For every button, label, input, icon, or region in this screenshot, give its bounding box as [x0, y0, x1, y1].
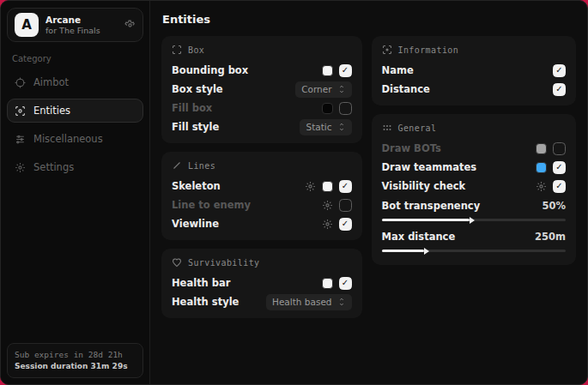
app-logo: A [15, 13, 39, 37]
setting-row-line-to-enemy: Line to enemy [172, 196, 352, 214]
setting-row-box-style: Box style Corner [172, 80, 352, 99]
arrows-up-down-icon [337, 85, 346, 93]
sidebar-nav: Aimbot Entities Miscellaneous [7, 70, 143, 179]
checkbox[interactable] [553, 83, 566, 96]
scan-info-icon [382, 45, 392, 55]
health-style-dropdown[interactable]: Health based [266, 294, 352, 310]
setting-label: Skeleton [172, 180, 221, 192]
sidebar: A Arcane for The Finals Category Aimbot [1, 1, 150, 384]
setting-label: Name [382, 64, 414, 76]
gear-icon[interactable] [322, 219, 333, 230]
sliders-icon [15, 134, 26, 145]
setting-row-viewline: Viewline [172, 214, 352, 233]
subscription-card: Sub expires in 28d 21h Session duration … [7, 343, 143, 378]
color-swatch[interactable] [322, 181, 333, 192]
setting-row-fill-box: Fill box [172, 99, 352, 117]
setting-row-draw-teammates: Draw teammates [382, 158, 566, 177]
setting-label: Max distance [382, 231, 456, 243]
checkbox[interactable] [339, 64, 352, 77]
color-swatch[interactable] [536, 162, 547, 173]
arrows-up-down-icon [337, 298, 346, 306]
box-style-dropdown[interactable]: Corner [295, 81, 351, 98]
gear-icon[interactable] [305, 181, 316, 192]
sub-expiry-text: Sub expires in 28d 21h [15, 349, 136, 361]
grid-dots-icon [382, 123, 392, 133]
setting-label: Bounding box [172, 64, 248, 76]
sidebar-item-label: Entities [33, 105, 70, 117]
setting-row-distance: Distance [382, 80, 566, 99]
setting-row-fill-style: Fill style Static [172, 117, 352, 136]
box-section-card: Box Bounding box Box style Corner [161, 36, 362, 143]
max-distance-slider[interactable] [382, 250, 566, 252]
gear-icon[interactable] [536, 181, 547, 192]
heart-icon [172, 257, 182, 268]
setting-label: Draw teammates [382, 161, 477, 173]
sidebar-item-aimbot[interactable]: Aimbot [7, 70, 143, 94]
checkbox[interactable] [553, 161, 566, 174]
setting-row-visibility-check: Visibility check [382, 177, 566, 196]
crosshair-icon [15, 77, 26, 88]
category-label: Category [12, 54, 143, 63]
setting-label: Line to enemy [172, 199, 251, 211]
checkbox[interactable] [339, 218, 352, 231]
survivability-section-card: Survivability Health bar Health style He… [161, 249, 362, 318]
checkbox[interactable] [553, 142, 566, 155]
checkbox[interactable] [339, 180, 352, 193]
sidebar-item-entities[interactable]: Entities [7, 99, 143, 123]
checkbox[interactable] [339, 277, 352, 290]
setting-row-health-bar: Health bar [172, 274, 352, 292]
setting-row-name: Name [382, 61, 566, 80]
sidebar-item-label: Miscellaneous [33, 133, 103, 145]
section-title: General [398, 123, 437, 133]
slider-value: 250m [535, 231, 566, 243]
checkbox[interactable] [553, 64, 566, 77]
main-panel: Entities Box Bounding box [150, 1, 587, 384]
color-swatch[interactable] [322, 65, 333, 76]
color-swatch[interactable] [536, 143, 547, 154]
page-title: Entities [162, 13, 576, 26]
setting-row-health-style: Health style Health based [172, 292, 352, 311]
app-window: A Arcane for The Finals Category Aimbot [0, 0, 588, 385]
gear-icon[interactable] [322, 200, 333, 211]
app-header-card: A Arcane for The Finals [7, 8, 143, 42]
setting-label: Distance [382, 83, 430, 95]
slider-fill [382, 219, 470, 221]
bot-transparency-group: Bot transpenency 50% [382, 196, 566, 221]
setting-label: Box style [172, 83, 223, 95]
sidebar-item-miscellaneous[interactable]: Miscellaneous [7, 127, 143, 151]
dropdown-value: Static [306, 122, 331, 132]
max-distance-group: Max distance 250m [382, 227, 566, 252]
checkbox[interactable] [553, 180, 566, 193]
checkbox[interactable] [339, 199, 352, 212]
color-swatch[interactable] [322, 278, 333, 289]
diagonal-line-icon [172, 160, 182, 171]
setting-label: Visibility check [382, 180, 466, 192]
setting-row-bounding-box: Bounding box [172, 61, 352, 80]
general-section-card: General Draw BOTs Draw teammates [372, 114, 576, 265]
setting-label: Fill box [172, 102, 212, 114]
setting-label: Bot transpenency [382, 200, 481, 212]
gear-icon [15, 162, 26, 173]
setting-label: Fill style [172, 121, 219, 133]
color-swatch[interactable] [322, 103, 333, 114]
setting-label: Viewline [172, 218, 219, 230]
header-gear-icon[interactable] [124, 20, 136, 31]
dropdown-value: Corner [301, 84, 331, 94]
fill-style-dropdown[interactable]: Static [300, 119, 351, 135]
lines-section-card: Lines Skeleton [161, 152, 362, 240]
sidebar-item-settings[interactable]: Settings [7, 155, 143, 179]
section-title: Information [398, 45, 459, 55]
sidebar-item-label: Settings [33, 161, 74, 173]
setting-row-skeleton: Skeleton [172, 177, 352, 196]
dropdown-value: Health based [272, 297, 332, 307]
section-title: Box [188, 45, 204, 55]
setting-label: Health style [172, 296, 239, 308]
bot-transparency-slider[interactable] [382, 219, 566, 221]
app-name: Arcane [45, 15, 118, 26]
scan-eye-icon [15, 105, 26, 117]
checkbox[interactable] [339, 102, 352, 115]
slider-fill [382, 250, 424, 252]
setting-label: Health bar [172, 277, 230, 289]
app-subtitle: for The Finals [45, 26, 118, 36]
information-section-card: Information Name Distance [372, 36, 576, 105]
